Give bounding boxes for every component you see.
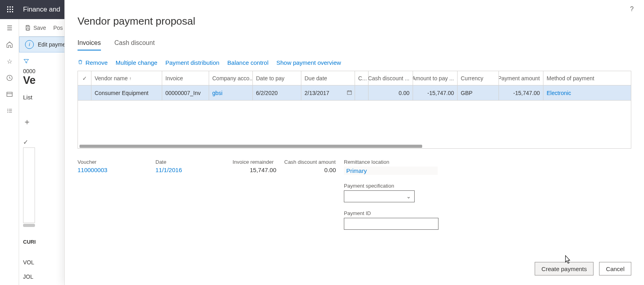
create-payments-button[interactable]: Create payments — [535, 262, 594, 275]
dialog-title: Vendor payment proposal — [78, 15, 631, 27]
cell-date-to-pay[interactable]: 6/2/2020 — [253, 85, 301, 100]
post-label[interactable]: Pos — [53, 25, 63, 31]
modules-icon[interactable] — [6, 107, 14, 115]
add-icon[interactable]: ＋ — [23, 116, 63, 127]
save-label: Save — [33, 25, 46, 31]
cell-invoice[interactable]: 00000007_Inv — [162, 85, 209, 100]
show-overview-link[interactable]: Show payment overview — [276, 59, 341, 66]
star-icon[interactable]: ☆ — [6, 57, 14, 65]
svg-rect-10 — [7, 92, 12, 97]
chevron-down-icon: ⌄ — [406, 193, 411, 200]
cell-method[interactable]: Electronic — [543, 85, 631, 100]
list-box[interactable] — [23, 147, 35, 223]
cell-company[interactable]: gbsi — [209, 85, 253, 100]
payment-spec-label: Payment specification — [344, 183, 438, 189]
filter-icon[interactable] — [23, 58, 63, 66]
svg-rect-0 — [7, 6, 8, 8]
grid-h-scrollbar[interactable] — [78, 144, 631, 148]
svg-rect-12 — [27, 28, 29, 30]
cell-vendor[interactable]: Consumer Equipment — [91, 85, 162, 100]
list-scrollbar[interactable] — [23, 224, 35, 227]
home-icon[interactable] — [6, 41, 14, 48]
grid-header: ✓ Vendor name↑ Invoice Company acco... D… — [78, 71, 631, 85]
svg-rect-11 — [27, 25, 29, 27]
save-button[interactable]: Save — [25, 25, 46, 31]
col-cc[interactable]: C... — [355, 71, 369, 85]
col-currency[interactable]: Currency — [458, 71, 499, 85]
col-method[interactable]: Method of payment — [543, 71, 631, 85]
dialog-panel: ? Vendor payment proposal Invoices Cash … — [64, 0, 644, 285]
payment-spec-combo[interactable]: ⌄ — [344, 190, 415, 202]
invoice-remainder-label: Invoice remainder — [233, 159, 276, 165]
currency-label: CURI — [23, 239, 63, 245]
col-amount-to-pay[interactable]: Amount to pay ... — [413, 71, 458, 85]
voucher-label-bg: VOL — [23, 259, 63, 266]
svg-rect-4 — [10, 9, 11, 10]
row-selector[interactable] — [78, 85, 91, 100]
workspace-icon[interactable] — [6, 91, 14, 99]
svg-rect-6 — [7, 11, 8, 12]
col-invoice[interactable]: Invoice — [162, 71, 209, 85]
record-id: 0000 — [23, 68, 63, 74]
app-title: Finance and — [23, 6, 60, 14]
invoice-grid: ✓ Vendor name↑ Invoice Company acco... D… — [78, 71, 631, 149]
cancel-button[interactable]: Cancel — [599, 262, 631, 275]
payment-id-label: Payment ID — [344, 210, 438, 216]
help-icon[interactable]: ? — [630, 6, 634, 13]
balance-control-link[interactable]: Balance control — [227, 59, 268, 66]
tab-cash-discount[interactable]: Cash discount — [114, 39, 155, 50]
col-vendor-name[interactable]: Vendor name↑ — [91, 71, 162, 85]
dialog-footer: Create payments Cancel — [535, 262, 631, 275]
cash-discount-amount-value: 0.00 — [284, 167, 336, 173]
dialog-tabs: Invoices Cash discount — [78, 39, 631, 50]
waffle-icon[interactable] — [4, 3, 17, 16]
remove-label: Remove — [85, 59, 108, 66]
select-all-header[interactable]: ✓ — [78, 71, 91, 85]
detail-fields: Voucher 110000003 Date 11/1/2016 Invoice… — [78, 159, 631, 230]
cell-cash-discount[interactable]: 0.00 — [369, 85, 413, 100]
svg-rect-3 — [7, 9, 8, 10]
grid-body: Consumer Equipment 00000007_Inv gbsi 6/2… — [78, 85, 631, 144]
col-due-date[interactable]: Due date — [301, 71, 355, 85]
tab-list[interactable]: List — [23, 94, 63, 101]
tab-invoices[interactable]: Invoices — [78, 39, 101, 50]
col-payment-amount[interactable]: Payment amount — [499, 71, 543, 85]
checkmark-icon[interactable]: ✓ — [23, 138, 63, 146]
background-page-content: 0000 Ve List ＋ ✓ CURI VOL JOL — [19, 52, 67, 285]
remittance-value[interactable]: Primary — [344, 167, 438, 175]
remittance-label: Remittance location — [344, 159, 438, 165]
date-label: Date — [155, 159, 225, 165]
info-icon: i — [25, 40, 34, 49]
save-icon — [25, 25, 31, 31]
remove-button[interactable]: Remove — [78, 59, 108, 66]
page-heading: Ve — [23, 74, 63, 87]
invoice-remainder-value: 15,747.00 — [233, 167, 276, 173]
calendar-icon[interactable] — [347, 89, 352, 96]
col-cash-discount[interactable]: Cash discount ... — [369, 71, 413, 85]
grid-action-row: Remove Multiple change Payment distribut… — [78, 59, 631, 66]
svg-rect-2 — [12, 6, 13, 8]
cell-payment-amount[interactable]: -15,747.00 — [499, 85, 543, 100]
hamburger-icon[interactable]: ☰ — [6, 24, 14, 32]
col-date-to-pay[interactable]: Date to pay — [253, 71, 301, 85]
col-company[interactable]: Company acco... — [209, 71, 253, 85]
payment-distribution-link[interactable]: Payment distribution — [165, 59, 219, 66]
payment-id-input[interactable] — [344, 218, 438, 230]
cell-amount-to-pay[interactable]: -15,747.00 — [413, 85, 458, 100]
recent-icon[interactable] — [6, 74, 14, 82]
svg-rect-5 — [12, 9, 13, 10]
cell-due-date[interactable]: 2/13/2017 — [301, 85, 355, 100]
cell-cc[interactable] — [355, 85, 369, 100]
multiple-change-link[interactable]: Multiple change — [116, 59, 157, 66]
info-bar-label: Edit paymer — [38, 41, 68, 48]
cash-discount-amount-label: Cash discount amount — [284, 159, 336, 165]
voucher-label: Voucher — [78, 159, 147, 165]
voucher-value[interactable]: 110000003 — [78, 167, 147, 173]
cell-currency[interactable]: GBP — [458, 85, 499, 100]
date-value[interactable]: 11/1/2016 — [155, 167, 225, 173]
journal-label-bg: JOL — [23, 273, 63, 280]
sort-asc-icon: ↑ — [129, 76, 132, 81]
svg-rect-13 — [347, 91, 352, 94]
grid-row[interactable]: Consumer Equipment 00000007_Inv gbsi 6/2… — [78, 85, 631, 101]
left-nav-rail: ☰ ☆ — [0, 19, 19, 285]
